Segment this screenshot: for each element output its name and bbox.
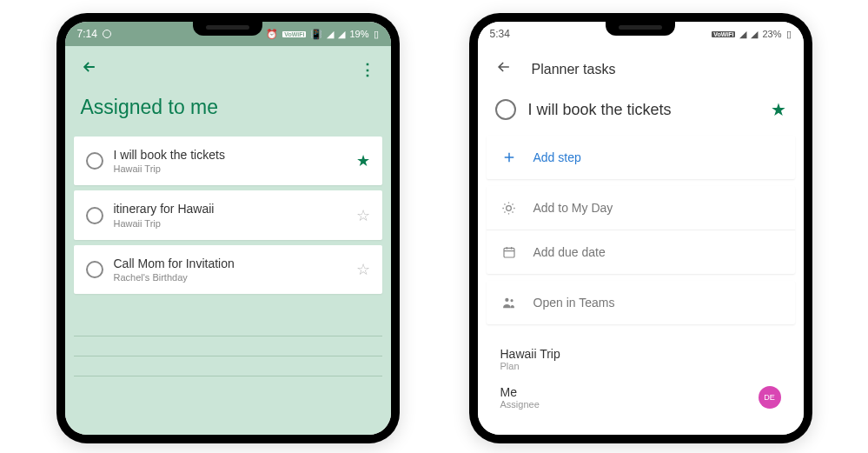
- task-subtitle: Rachel's Birthday: [114, 271, 346, 283]
- alarm-icon: ⏰: [266, 29, 278, 40]
- task-title: itinerary for Hawaii: [114, 201, 346, 217]
- phone-left: 7:14 ⏰ VoWiFi 📳 ◢ ◢ 19% ▯ ⋮ Assigned to …: [56, 13, 400, 443]
- record-icon: [103, 30, 111, 38]
- plan-row[interactable]: Hawaii Trip Plan: [500, 340, 781, 378]
- page-title: Assigned to me: [65, 89, 391, 137]
- wifi-icon: ◢: [327, 29, 334, 40]
- plan-label: Plan: [500, 361, 560, 371]
- status-time: 5:34: [490, 28, 510, 40]
- my-day-label: Add to My Day: [533, 201, 613, 215]
- assignee-label: Assignee: [500, 399, 540, 410]
- assignee-row[interactable]: Me Assignee DE: [500, 378, 781, 416]
- plan-title: Hawaii Trip: [500, 347, 560, 361]
- page-title: Planner tasks: [532, 62, 616, 77]
- task-subtitle: Hawaii Trip: [114, 217, 346, 230]
- battery-percent: 19%: [349, 29, 368, 39]
- app-task-detail: Planner tasks I will book the tickets ★ …: [478, 46, 804, 435]
- open-in-teams-button[interactable]: Open in Teams: [487, 281, 795, 324]
- complete-checkbox[interactable]: [86, 261, 103, 278]
- svg-point-3: [510, 299, 513, 302]
- battery-icon: ▯: [786, 29, 792, 40]
- vibrate-icon: 📳: [310, 29, 322, 40]
- task-item[interactable]: itinerary for Hawaii Hawaii Trip ☆: [74, 190, 382, 239]
- teams-icon: [500, 294, 518, 311]
- divider: [74, 336, 382, 336]
- divider: [74, 376, 382, 376]
- avatar: DE: [759, 386, 781, 409]
- divider: [74, 356, 382, 356]
- task-header: I will book the tickets ★: [478, 87, 804, 136]
- sun-icon: [500, 199, 518, 217]
- star-icon[interactable]: ☆: [356, 206, 370, 225]
- star-icon[interactable]: ★: [771, 99, 786, 120]
- calendar-icon: [500, 243, 518, 261]
- plus-icon: [500, 149, 518, 166]
- teams-label: Open in Teams: [533, 296, 615, 310]
- complete-checkbox[interactable]: [86, 152, 103, 170]
- task-item[interactable]: Call Mom for Invitation Rachel's Birthda…: [74, 245, 382, 294]
- more-options-button[interactable]: ⋮: [360, 60, 375, 79]
- battery-percent: 23%: [762, 29, 781, 39]
- app-assigned-to-me: ⋮ Assigned to me I will book the tickets…: [65, 46, 391, 435]
- add-step-label: Add step: [533, 150, 581, 164]
- vowifi-icon: VoWiFi: [282, 31, 306, 37]
- star-icon[interactable]: ☆: [356, 260, 370, 279]
- phone-right: 5:34 VoWiFi ◢ ◢ 23% ▯ Planner tasks I wi…: [469, 13, 812, 443]
- complete-checkbox[interactable]: [86, 207, 103, 224]
- star-icon[interactable]: ★: [356, 151, 370, 170]
- svg-point-2: [505, 297, 508, 301]
- back-button[interactable]: [495, 58, 513, 80]
- task-title: Call Mom for Invitation: [114, 256, 346, 271]
- task-title: I will book the tickets: [528, 101, 759, 119]
- battery-icon: ▯: [374, 29, 379, 40]
- wifi-icon: ◢: [739, 29, 746, 40]
- task-subtitle: Hawaii Trip: [114, 163, 346, 175]
- complete-checkbox[interactable]: [495, 99, 516, 120]
- svg-point-0: [507, 205, 512, 210]
- status-time: 7:14: [77, 28, 97, 40]
- add-to-my-day-button[interactable]: Add to My Day: [487, 186, 795, 230]
- svg-rect-1: [504, 248, 514, 257]
- signal-icon: ◢: [338, 29, 345, 40]
- task-item[interactable]: I will book the tickets Hawaii Trip ★: [74, 137, 382, 185]
- add-step-button[interactable]: Add step: [487, 136, 795, 179]
- add-due-date-button[interactable]: Add due date: [487, 230, 795, 274]
- due-date-label: Add due date: [533, 245, 606, 259]
- back-button[interactable]: [81, 58, 98, 80]
- task-title: I will book the tickets: [114, 147, 346, 163]
- vowifi-icon: VoWiFi: [712, 31, 735, 37]
- signal-icon: ◢: [751, 29, 758, 40]
- assignee-title: Me: [500, 385, 540, 399]
